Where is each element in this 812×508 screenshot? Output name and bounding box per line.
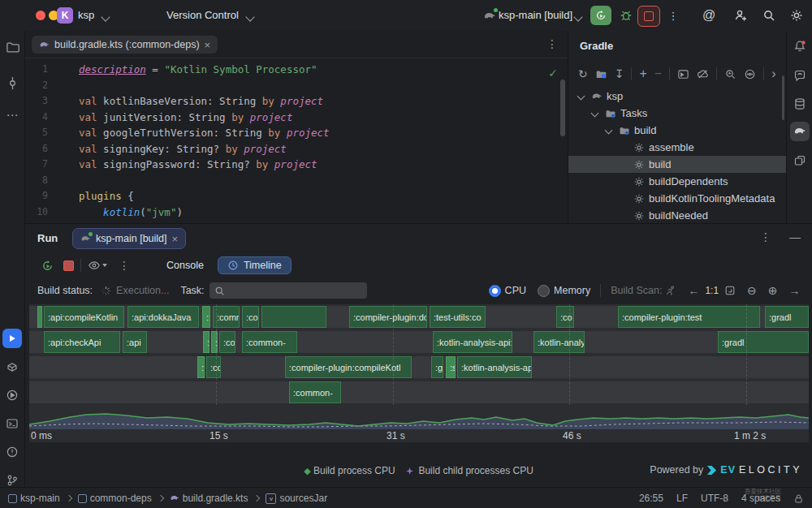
profiler-search-icon[interactable]: [724, 68, 736, 80]
dependencies-icon[interactable]: [790, 151, 810, 170]
project-name-menu[interactable]: ksp: [78, 9, 94, 21]
task-bar[interactable]: :gradl: [718, 331, 809, 353]
task-bar[interactable]: :api:dokkaJava: [127, 306, 199, 328]
gradle-tree-item-buildKotlinToolingMetadata[interactable]: buildKotlinToolingMetadata: [568, 190, 786, 207]
zoom-reset[interactable]: 1:1: [705, 285, 719, 296]
caret-position[interactable]: 26:55: [639, 493, 663, 504]
scroll-left-icon[interactable]: ←: [688, 284, 699, 297]
database-icon[interactable]: [790, 94, 810, 114]
gradle-tree-item-assemble[interactable]: assemble: [568, 139, 786, 156]
project-folder-icon[interactable]: [2, 37, 22, 57]
offline-mode-icon[interactable]: [697, 68, 709, 80]
close-tab-icon[interactable]: ×: [172, 233, 179, 245]
task-bar[interactable]: :c: [197, 356, 205, 378]
task-search-input[interactable]: [209, 282, 367, 299]
gradle-tool-window-icon[interactable]: [790, 122, 810, 141]
filter-eye-icon[interactable]: [88, 259, 107, 272]
task-bar[interactable]: [261, 306, 326, 328]
rerun-button[interactable]: [590, 6, 611, 25]
task-bar[interactable]: :gradl: [765, 306, 809, 328]
commit-icon[interactable]: [2, 73, 22, 93]
task-bar[interactable]: :: [202, 306, 210, 328]
breadcrumb-file[interactable]: build.gradle.kts: [170, 493, 248, 504]
task-bar[interactable]: :compiler-plugin:do: [349, 306, 427, 328]
stop-icon[interactable]: [63, 260, 74, 271]
gradle-tree-item-ksp[interactable]: ksp: [568, 88, 786, 105]
task-bar[interactable]: :kotlin-analysis-api:c: [433, 331, 512, 353]
task-bar[interactable]: :s: [446, 356, 456, 378]
search-icon[interactable]: [760, 6, 778, 24]
close-tab-icon[interactable]: ×: [205, 39, 211, 51]
task-bar[interactable]: :api:checkApi: [44, 331, 120, 353]
terminal-icon[interactable]: [2, 414, 22, 433]
task-bar[interactable]: :compiler-plugin:test: [618, 306, 760, 328]
task-bar[interactable]: :co: [242, 306, 259, 328]
stop-button[interactable]: [637, 6, 660, 27]
task-bar[interactable]: :c: [203, 331, 209, 353]
breadcrumb-module[interactable]: ksp-main: [8, 493, 60, 504]
more-actions-kebab-icon[interactable]: ⋮: [664, 6, 682, 24]
task-bar[interactable]: :api: [123, 331, 147, 353]
zoom-out-icon[interactable]: ⊖: [747, 284, 757, 297]
code-area[interactable]: 1description = "Kotlin Symbol Processor"…: [25, 62, 568, 220]
rerun-icon[interactable]: [41, 260, 54, 272]
more-tool-windows-icon[interactable]: ⋯: [2, 105, 22, 125]
fit-to-window-icon[interactable]: [724, 285, 736, 296]
services-icon[interactable]: [2, 385, 22, 405]
settings-gear-icon[interactable]: [788, 6, 806, 24]
run-config-tab[interactable]: ksp-main [build] ×: [72, 228, 186, 249]
tab-console[interactable]: Console: [158, 257, 213, 273]
build-tool-window-icon[interactable]: [2, 357, 22, 377]
lock-icon[interactable]: [793, 493, 804, 504]
expand-chevron-icon[interactable]: [577, 93, 585, 101]
task-bar[interactable]: :co: [219, 331, 235, 353]
expand-chevron-icon[interactable]: [605, 127, 613, 135]
gradle-scrollbar[interactable]: [782, 75, 784, 120]
inspection-ok-icon[interactable]: ✓: [548, 67, 558, 80]
task-bar[interactable]: :common-: [242, 331, 297, 353]
project-badge[interactable]: K: [57, 7, 73, 24]
ai-assistant-icon[interactable]: [790, 66, 810, 85]
gradle-settings-icon[interactable]: [744, 68, 756, 80]
task-bar[interactable]: :test-utils:co: [430, 306, 486, 328]
memory-radio[interactable]: Memory: [538, 285, 590, 297]
task-bar[interactable]: :cc: [206, 356, 221, 378]
breadcrumb-task[interactable]: vsourcesJar: [266, 493, 327, 504]
editor-kebab-icon[interactable]: ⋮: [546, 37, 558, 50]
task-bar[interactable]: :co: [556, 306, 574, 328]
task-bar[interactable]: :gr: [431, 356, 443, 378]
tab-timeline[interactable]: Timeline: [218, 256, 292, 274]
task-bar[interactable]: [37, 306, 42, 328]
scroll-right-icon[interactable]: →: [789, 284, 801, 297]
debug-button[interactable]: [617, 6, 635, 24]
download-sources-icon[interactable]: ↧: [615, 67, 624, 80]
run-tool-window-icon[interactable]: [2, 329, 22, 348]
editor-scrollbar[interactable]: [560, 80, 565, 136]
add-icon[interactable]: +: [639, 67, 646, 81]
panel-kebab-icon[interactable]: ⋮: [760, 230, 771, 243]
editor-tab[interactable]: build.gradle.kts (:common-deps) ×: [32, 36, 218, 54]
task-bar[interactable]: :api:compileKotlin: [44, 306, 124, 328]
minimize-panel-icon[interactable]: —: [789, 230, 801, 243]
task-bar[interactable]: :kotlin-analysis-ap: [457, 356, 532, 378]
version-control-menu[interactable]: Version Control: [166, 9, 239, 21]
close-window-button[interactable]: [36, 11, 45, 20]
expand-chevron-icon[interactable]: [591, 110, 599, 118]
file-encoding[interactable]: UTF-8: [701, 493, 728, 504]
gradle-tree-item-buildDependents[interactable]: buildDependents: [568, 173, 786, 190]
run-configuration-selector[interactable]: ksp-main [build]: [499, 9, 572, 21]
zoom-in-icon[interactable]: ⊕: [768, 284, 778, 297]
execute-task-icon[interactable]: [677, 68, 689, 80]
more-chevron-icon[interactable]: ›: [771, 67, 775, 81]
notifications-bell-icon[interactable]: [790, 37, 810, 56]
gradle-tree-item-build[interactable]: build: [568, 156, 786, 173]
task-bar[interactable]: :kotlin-analys: [533, 331, 585, 353]
cpu-radio[interactable]: CPU: [489, 285, 526, 297]
gradle-tree-item-buildNeeded[interactable]: buildNeeded: [568, 207, 786, 224]
sync-gradle-icon[interactable]: ↻: [578, 67, 588, 80]
breadcrumb-module[interactable]: common-deps: [78, 493, 152, 504]
toolbar-kebab-icon[interactable]: ⋮: [119, 259, 130, 272]
ai-assistant-at-icon[interactable]: @: [700, 6, 718, 24]
line-separator[interactable]: LF: [676, 493, 688, 504]
gradle-source-sets-icon[interactable]: [595, 68, 607, 80]
